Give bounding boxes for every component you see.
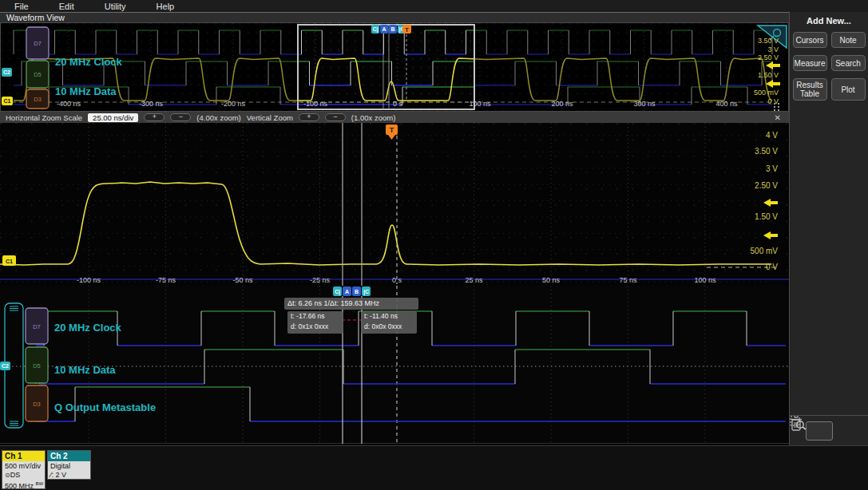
svg-text:|C: |C [363, 289, 369, 295]
overview-time-tick: -300 ns [133, 100, 168, 108]
overview-time-tick: -200 ns [216, 100, 251, 108]
menu-edit[interactable]: Edit [59, 2, 74, 11]
svg-text:B: B [390, 26, 394, 32]
svg-text:D5: D5 [34, 71, 42, 78]
svg-text:D7: D7 [34, 40, 42, 47]
main-volt-tick: 2.50 V [730, 181, 778, 190]
main-time-tick: 50 ns [533, 276, 569, 284]
add-new-plot-button[interactable]: Plot [831, 78, 866, 101]
add-new-title: Add New... [790, 16, 868, 26]
cursor-a-data: d: 0x1x 0xxx [291, 322, 340, 332]
main-volt-tick: 500 mV [730, 247, 778, 255]
overview-time-tick: -100 ns [298, 100, 333, 108]
view-splitter-handle[interactable] [774, 103, 780, 111]
overview-volt-tick: 500 mV [734, 89, 779, 97]
svg-text:C1: C1 [6, 259, 13, 264]
v-zoom-plus-button[interactable]: + [299, 113, 319, 121]
h-zoom-plus-button[interactable]: + [144, 113, 164, 121]
ch2-mode: Digital [50, 462, 90, 471]
cursor-a-time: t: -17.66 ns [291, 311, 340, 322]
main-volt-tick: 3.50 V [730, 147, 778, 156]
main-time-tick: -75 ns [149, 276, 184, 284]
svg-text:D7: D7 [33, 323, 41, 330]
digital-channel-label-d3: Q Output Metastable [54, 401, 156, 413]
svg-text:D5: D5 [33, 362, 41, 369]
zoomed-analog-view[interactable]: TC1 -100 ns-75 ns-50 ns-25 ns0 s25 ns50 … [0, 123, 789, 286]
channel-2-badge[interactable]: Ch 2 Digital ∕: 2 V [47, 450, 91, 480]
svg-text:T: T [390, 126, 394, 134]
overview-channel-label-d5: 10 MHz Data [55, 85, 117, 97]
overview-volt-tick: 3.50 V [734, 37, 779, 45]
overview-volt-tick: 2.50 V [734, 53, 779, 61]
main-time-tick: -25 ns [303, 276, 338, 284]
main-volt-tick: 0 V [730, 263, 778, 271]
overview-time-tick: 200 ns [545, 100, 580, 108]
trash-icon [790, 416, 803, 432]
digital-channel-label-d5: 10 MHz Data [54, 364, 116, 376]
oscilloscope-app: FileEditUtilityHelp Waveform View C|AB|C… [0, 0, 868, 490]
overview-channel-label-d7: 20 MHz Clock [55, 56, 122, 68]
channel-1-badge[interactable]: Ch 1 500 mV/div ⊙DS 500 MHz BW [2, 450, 46, 489]
close-zoom-icon[interactable]: ✕ [775, 113, 781, 122]
overview-time-tick: 0 s [380, 100, 415, 108]
add-new-cursors-button[interactable]: Cursors [793, 32, 827, 48]
svg-text:D3: D3 [34, 96, 42, 103]
cursor-a-readout[interactable]: t: -17.66 ns d: 0x1x 0xxx [287, 311, 343, 334]
menu-file[interactable]: File [14, 2, 29, 11]
overview-time-tick: 100 ns [462, 100, 497, 108]
digital-channel-label-d7: 20 MHz Clock [54, 322, 121, 334]
menu-utility[interactable]: Utility [105, 2, 126, 11]
page-title: Waveform View [6, 13, 65, 22]
overview-time-tick: 300 ns [627, 100, 662, 108]
waveform-view-tab[interactable]: Waveform View [0, 12, 789, 22]
add-new-buttons: CursorsNoteMeasureSearchResults TablePlo… [790, 32, 868, 101]
h-zoom-factor: (4.00x zoom) [196, 113, 240, 122]
overview-volt-tick: 3 V [734, 45, 779, 53]
main-time-tick: 25 ns [457, 276, 492, 284]
ch1-probe: DS [10, 471, 21, 479]
svg-text:B: B [355, 289, 359, 294]
bandwidth-limit-icon: BW [36, 481, 44, 486]
add-new-search-button[interactable]: Search [831, 55, 866, 71]
ch1-title: Ch 1 [2, 451, 45, 461]
add-new-results-table-button[interactable]: Results Table [793, 78, 827, 101]
svg-text:C|: C| [335, 289, 340, 295]
probe-icon: ⊙ [5, 472, 10, 479]
zoomed-digital-view[interactable]: C|AB|CC2D7D5D3 Δt: 6.26 ns 1/Δt: 159.63 … [0, 286, 789, 444]
main-plot: TC1 [0, 123, 789, 286]
ch1-bandwidth: 500 MHz [5, 482, 34, 490]
cursor-b-data: d: 0x0x 0xxx [364, 322, 414, 332]
main-time-tick: -100 ns [71, 276, 106, 284]
main-volt-tick: 3 V [730, 164, 778, 173]
overview-volt-tick: 0 V [734, 97, 779, 105]
main-time-tick: -50 ns [225, 276, 260, 284]
svg-text:C2: C2 [2, 363, 9, 369]
v-zoom-label: Vertical Zoom [247, 113, 293, 122]
zoom-controls-bar: Horizontal Zoom Scale 25.00 ns/div + − (… [0, 112, 789, 123]
main-time-tick: 0 s [379, 276, 414, 284]
right-panel: Add New... CursorsNoteMeasureSearchResul… [789, 12, 868, 445]
menu-bar: FileEditUtilityHelp [0, 0, 868, 12]
main-time-tick: 75 ns [611, 276, 646, 284]
add-new-note-button[interactable]: Note [831, 32, 866, 48]
svg-text:A: A [382, 26, 386, 32]
right-panel-footer [790, 415, 868, 445]
main-volt-tick: 1.50 V [730, 212, 778, 221]
add-new-measure-button[interactable]: Measure [793, 55, 827, 71]
svg-text:D3: D3 [33, 401, 41, 408]
overview-time-tick: -400 ns [51, 100, 86, 108]
h-zoom-scale-input[interactable]: 25.00 ns/div [88, 113, 138, 122]
ch1-scale: 500 mV/div [5, 462, 45, 471]
menu-help[interactable]: Help [157, 2, 175, 11]
overview-volt-tick: 1.50 V [734, 71, 779, 79]
ch2-threshold: : 2 V [52, 471, 67, 479]
cursor-b-readout[interactable]: t: -11.40 ns d: 0x0x 0xxx [361, 311, 417, 334]
h-zoom-minus-button[interactable]: − [170, 113, 191, 121]
waveform-overview[interactable]: C|AB|CTC2C1D7D5D3 20 MHz Clock10 MHz Dat… [0, 22, 789, 112]
zoom-tool-button[interactable] [806, 421, 833, 441]
svg-text:C|: C| [372, 26, 378, 33]
v-zoom-minus-button[interactable]: − [325, 113, 346, 121]
cursor-delta-readout[interactable]: Δt: 6.26 ns 1/Δt: 159.63 MHz [284, 298, 418, 310]
main-time-tick: 100 ns [688, 276, 723, 284]
bottom-bar: Ch 1 500 mV/div ⊙DS 500 MHz BW Ch 2 Digi… [0, 445, 868, 490]
